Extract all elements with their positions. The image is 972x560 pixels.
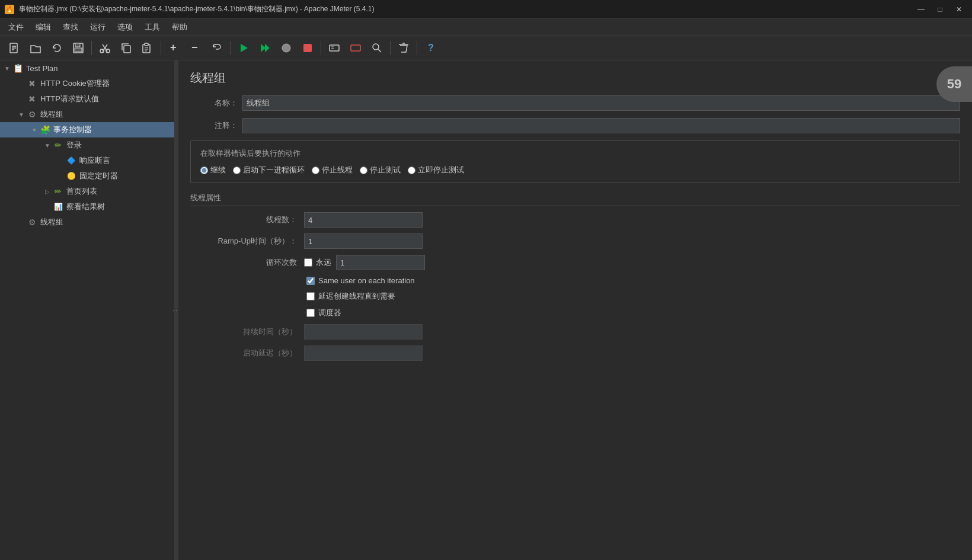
svg-marker-19 [241,44,248,52]
menu-help[interactable]: 帮助 [166,20,193,35]
duration-input[interactable] [304,324,423,340]
page-title: 线程组 [190,70,960,86]
start-nopause-button[interactable] [255,39,274,57]
error-action-section: 在取样器错误后要执行的动作 继续 启动下一进程循环 停止线程 停止测试 [190,140,960,183]
stop-immediate-button[interactable] [298,39,317,57]
window-controls: — □ ✕ [913,1,967,18]
undo-button[interactable] [207,39,226,57]
same-user-checkbox[interactable] [306,277,315,285]
forever-checkbox[interactable] [304,258,312,267]
cut-button[interactable] [95,39,114,57]
tree-item-homelist[interactable]: ▷ ✏ 首页列表 [0,184,174,199]
start-delay-label: 启动延迟（秒） [190,348,297,359]
expander-testplan: ▼ [2,63,12,73]
name-input[interactable] [242,95,960,111]
menu-find[interactable]: 查找 [57,20,84,35]
scheduler-label: 调度器 [318,308,341,318]
expander-results: ▷ [43,202,52,212]
revert-button[interactable] [47,39,66,57]
menu-options[interactable]: 选项 [111,20,139,35]
svg-text:?: ? [428,43,434,53]
radio-stop-test[interactable]: 停止测试 [360,165,401,175]
tree-item-threadgroup[interactable]: ▼ ⚙ 线程组 [0,107,174,122]
svg-rect-13 [145,43,148,46]
svg-rect-23 [303,44,312,52]
start-delay-input[interactable] [304,345,423,361]
svg-rect-27 [351,45,360,51]
loop-count-row: 循环次数 永远 [190,255,960,270]
expander-cookie: ▷ [17,79,26,88]
same-user-row[interactable]: Same user on each iteration [190,276,960,285]
menu-tools[interactable]: 工具 [139,20,166,35]
paste-button[interactable] [138,39,157,57]
radio-start-next-loop[interactable]: 启动下一进程循环 [233,165,305,175]
radio-stop-thread[interactable]: 停止线程 [312,165,353,175]
tree-item-http-defaults[interactable]: ▷ ✖ HTTP请求默认值 [0,91,174,107]
error-action-title: 在取样器错误后要执行的动作 [200,148,950,159]
tree-item-cookie[interactable]: ▷ ✖ HTTP Cookie管理器 [0,76,174,91]
clear-button[interactable] [394,39,413,57]
stop-button[interactable] [277,39,296,57]
minimize-button[interactable]: — [913,1,929,18]
tree-item-transaction[interactable]: ▼ 🧩 事务控制器 [0,122,174,137]
expander-login: ▼ [43,140,52,150]
radio-continue[interactable]: 继续 [200,165,226,175]
scheduler-row[interactable]: 调度器 [190,308,960,318]
toolbar-separator-5 [390,41,391,55]
svg-rect-24 [330,45,339,51]
thread-count-label: 线程数： [190,215,297,225]
app-icon: 🔥 [5,5,14,14]
tree-item-threadgroup2[interactable]: ▷ ⚙ 线程组 [0,215,174,230]
svg-text:−: − [191,42,198,53]
svg-point-22 [282,44,290,52]
timer-icon: 🟡 [65,170,77,182]
toolbar: + − [0,36,972,60]
testplan-icon: 📋 [12,62,24,74]
close-button[interactable]: ✕ [951,1,967,18]
loop-count-input[interactable] [336,255,425,270]
tree-item-login[interactable]: ▼ ✏ 登录 [0,137,174,153]
start-button[interactable] [234,39,253,57]
sidebar: ▼ 📋 Test Plan ▷ ✖ HTTP Cookie管理器 ▷ ✖ HTT… [0,60,175,560]
svg-line-29 [378,49,381,52]
transaction-icon: 🧩 [39,124,51,136]
toolbar-separator-6 [417,41,417,55]
tree-item-results[interactable]: ▷ 📊 察看结果树 [0,199,174,215]
tree-item-timer[interactable]: ▷ 🟡 固定定时器 [0,168,174,184]
open-button[interactable] [26,39,45,57]
homelist-icon: ✏ [52,185,64,197]
svg-text:+: + [170,42,177,53]
comment-row: 注释： [190,118,960,133]
search-button[interactable] [367,39,386,57]
results-icon: 📊 [52,201,64,213]
maximize-button[interactable]: □ [932,1,948,18]
remove-button[interactable]: − [186,39,205,57]
content-area: 59 线程组 名称： 注释： 在取样器错误后要执行的动作 继续 启动 [178,60,972,560]
menu-edit[interactable]: 编辑 [30,20,57,35]
save-button[interactable] [69,39,88,57]
remote-stop-button[interactable] [346,39,365,57]
new-button[interactable] [5,39,24,57]
scheduler-checkbox[interactable] [306,309,315,317]
help-button[interactable]: ? [421,39,440,57]
comment-input[interactable] [242,118,960,133]
radio-stop-test-now[interactable]: 立即停止测试 [408,165,464,175]
copy-button[interactable] [117,39,136,57]
delayed-start-checkbox[interactable] [306,292,315,300]
menu-run[interactable]: 运行 [84,20,111,35]
start-delay-row: 启动延迟（秒） [190,345,960,361]
thread-count-input[interactable] [304,212,423,228]
toolbar-separator-2 [161,41,161,55]
tree-item-testplan[interactable]: ▼ 📋 Test Plan [0,60,174,76]
add-button[interactable]: + [165,39,184,57]
delayed-start-row[interactable]: 延迟创建线程直到需要 [190,291,960,302]
svg-rect-11 [124,46,130,53]
menu-file[interactable]: 文件 [2,20,30,35]
svg-rect-6 [75,48,82,52]
name-label: 名称： [190,98,238,108]
rampup-input[interactable] [304,233,423,249]
same-user-label: Same user on each iteration [318,276,415,285]
tree-item-assertion[interactable]: ▷ 🔷 响应断言 [0,153,174,168]
forever-label[interactable]: 永远 [304,257,331,268]
remote-start-button[interactable] [325,39,344,57]
